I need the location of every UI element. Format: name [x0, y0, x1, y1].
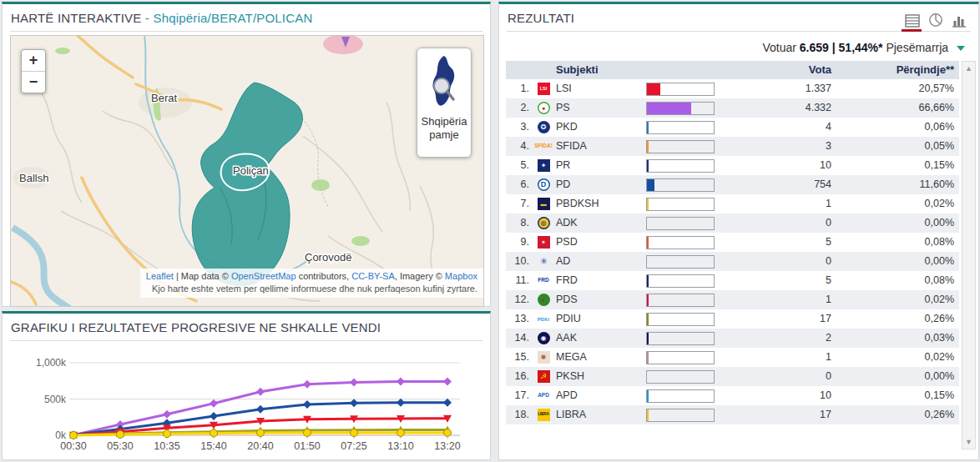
- country-view-label: Shqipëria pamje: [417, 115, 471, 143]
- map-panel-title: HARTË INTERAKTIVE - Shqipëria/BERAT/POLI…: [3, 4, 490, 29]
- table-row[interactable]: 15.❋MEGA10,02%: [506, 348, 959, 367]
- party-logo: ✶: [533, 233, 554, 252]
- scroll-down-arrow[interactable]: ▼: [962, 435, 975, 449]
- bar-track: [646, 332, 715, 345]
- rank-cell: 2.: [506, 98, 533, 118]
- percent-cell: 0,02%: [831, 348, 959, 367]
- votes-cell: 4.332: [723, 98, 831, 118]
- pie-view-icon[interactable]: [928, 13, 943, 28]
- table-row[interactable]: 2.●PS4.33266,66%: [506, 98, 959, 118]
- table-row[interactable]: 7.▬PBDKSH10,02%: [506, 194, 959, 213]
- party-name: SFIDA: [554, 137, 646, 156]
- interactive-map[interactable]: Berat Ballsh Poliçan Çorovodë + − Shqipë…: [10, 35, 484, 307]
- vote-share-bar: [646, 79, 723, 98]
- x-axis-tick-label: 00:30: [60, 440, 86, 452]
- table-row[interactable]: 12.●PDS10,02%: [506, 290, 959, 309]
- header-percent: Përqindje**: [831, 61, 959, 79]
- rank-cell: 13.: [506, 309, 533, 329]
- party-logo: ●: [533, 290, 554, 309]
- party-name: PR: [554, 156, 646, 175]
- series-purple-marker: [443, 378, 452, 386]
- table-row[interactable]: 16.☭PKSH00,00%: [506, 367, 959, 386]
- table-row[interactable]: 17.APDAPD100,15%: [506, 386, 959, 405]
- party-logo-icon: ✪: [538, 121, 550, 133]
- table-row[interactable]: 4.SFIDA!SFIDA30,05%: [506, 137, 959, 156]
- x-axis-tick-label: 10:35: [154, 440, 179, 452]
- percent-cell: 0,08%: [831, 233, 959, 252]
- rank-cell: 12.: [506, 290, 533, 309]
- votes-cell: 17: [723, 309, 831, 329]
- vote-share-bar: [646, 386, 723, 405]
- table-row[interactable]: 8.◍ADK00,00%: [506, 213, 959, 233]
- zoom-in-button[interactable]: +: [22, 50, 45, 71]
- series-purple-marker: [210, 399, 218, 408]
- series-yellow-marker: [164, 430, 171, 438]
- y-axis-tick-label: 1,000k: [36, 357, 67, 369]
- party-logo-icon: ❋: [538, 351, 550, 364]
- series-blue-marker: [443, 399, 452, 407]
- table-row[interactable]: 18.LIBRALIBRA170,26%: [506, 405, 959, 424]
- bar-track: [646, 178, 715, 192]
- bar-view-icon[interactable]: [952, 14, 967, 28]
- table-scrollbar[interactable]: ▲ ▼: [962, 61, 976, 449]
- votes-cell: 0: [723, 367, 831, 386]
- osm-link[interactable]: OpenStreetMap: [231, 271, 296, 281]
- party-logo: LIBRA: [533, 405, 554, 424]
- table-row[interactable]: 11.FRDFRD50,08%: [506, 271, 959, 290]
- bar-fill: [647, 198, 649, 210]
- mapbox-link[interactable]: Mapbox: [445, 271, 477, 281]
- votes-cell: 1: [723, 194, 831, 213]
- party-logo-icon: ◉: [538, 332, 550, 344]
- vote-share-bar: [646, 233, 723, 252]
- table-header: Subjekti Vota Përqindje**: [506, 61, 959, 79]
- series-yellow-marker: [70, 431, 78, 439]
- votes-cell: 10: [723, 156, 831, 175]
- bar-track: [646, 83, 715, 96]
- series-blue-marker: [256, 405, 265, 414]
- series-purple-marker: [397, 378, 405, 386]
- vote-share-bar: [646, 271, 723, 290]
- votes-cell: 1: [723, 348, 831, 367]
- percent-cell: 0,15%: [831, 156, 959, 175]
- table-row[interactable]: 13.PDIUPDIU170,26%: [506, 309, 959, 329]
- party-logo: LSI: [533, 79, 554, 98]
- votes-cell: 1: [723, 290, 831, 309]
- map-canvas[interactable]: Berat Ballsh Poliçan Çorovodë: [11, 36, 483, 306]
- table-row[interactable]: 6.DPD75411,60%: [506, 175, 959, 194]
- table-row[interactable]: 1.LSILSI1.33720,57%: [506, 79, 959, 98]
- map-label-polican: Poliçan: [233, 164, 269, 177]
- table-view-icon[interactable]: [905, 14, 920, 28]
- zoom-out-button[interactable]: −: [22, 71, 45, 93]
- party-logo-icon: ▬: [538, 198, 550, 210]
- votes-cell: 0: [723, 252, 831, 271]
- party-logo-icon: SFIDA!: [534, 140, 553, 153]
- rank-cell: 3.: [506, 118, 533, 137]
- license-link[interactable]: CC-BY-SA: [351, 271, 395, 281]
- rank-cell: 6.: [506, 175, 533, 194]
- table-row[interactable]: 9.✶PSD50,08%: [506, 233, 959, 252]
- party-logo: ◉: [533, 329, 554, 348]
- table-row[interactable]: 3.✪PKD40,06%: [506, 118, 959, 137]
- series-purple-marker: [256, 388, 265, 396]
- party-logo: ●: [533, 98, 554, 118]
- party-name: MEGA: [554, 348, 646, 367]
- table-row[interactable]: 10.✳AD00,00%: [506, 252, 959, 271]
- percent-cell: 0,00%: [831, 252, 959, 271]
- party-logo: FRD: [533, 271, 554, 290]
- vote-share-bar: [646, 194, 723, 213]
- country-view-button[interactable]: Shqipëria pamje: [417, 48, 472, 158]
- table-row[interactable]: 5.✦PR100,15%: [506, 156, 959, 175]
- leaflet-link[interactable]: Leaflet: [146, 271, 174, 281]
- bar-track: [646, 389, 715, 403]
- party-logo-icon: ◍: [538, 217, 550, 229]
- map-label-corovode: Çorovodë: [305, 251, 351, 264]
- bar-track: [646, 370, 715, 384]
- table-row[interactable]: 14.◉AAK20,03%: [506, 329, 959, 348]
- bar-track: [646, 313, 715, 326]
- party-logo-icon: ●: [538, 294, 550, 306]
- title-divider: [10, 31, 482, 32]
- albania-silhouette-icon: [426, 54, 462, 113]
- scroll-up-arrow[interactable]: ▲: [962, 62, 975, 75]
- party-logo-icon: PDIU: [534, 313, 553, 325]
- chevron-down-icon[interactable]: [957, 46, 965, 51]
